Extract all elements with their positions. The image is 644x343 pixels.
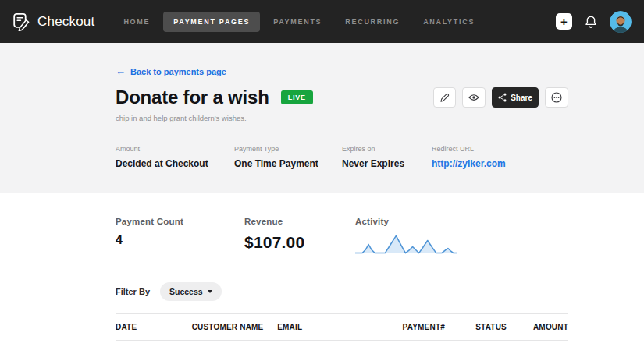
revenue-label: Revenue: [244, 217, 355, 226]
expires-on-label: Expires on: [342, 145, 432, 153]
nav-item-payments[interactable]: PAYMENTS: [263, 12, 332, 32]
pencil-icon: [439, 93, 450, 103]
share-label: Share: [511, 94, 532, 102]
page-header-section: ← Back to payments page Donate for a wis…: [0, 43, 644, 193]
nav-item-payment-pages[interactable]: PAYMENT PAGES: [163, 12, 260, 32]
brand-name: Checkout: [37, 14, 94, 30]
stats-row: Payment Count 4 Revenue $107.00 Activity: [116, 217, 568, 256]
revenue-value: $107.00: [244, 233, 355, 252]
back-arrow-icon: ←: [116, 66, 126, 76]
status-badge: LIVE: [281, 90, 313, 104]
activity-sparkline: [355, 232, 458, 256]
edit-button[interactable]: [433, 87, 456, 108]
navbar-right: +: [556, 11, 632, 33]
checkout-logo-icon: [12, 12, 30, 31]
expires-on-value: Never Expires: [342, 158, 432, 169]
back-to-payments-link[interactable]: ← Back to payments page: [116, 66, 226, 76]
preview-button[interactable]: [462, 87, 486, 108]
table-header-row: DATE CUSTOMER NAME EMAIL PAYMENT# STATUS…: [116, 313, 568, 341]
amount-label: Amount: [116, 145, 234, 153]
nav-item-home[interactable]: HOME: [113, 12, 160, 32]
top-navbar: Checkout HOME PAYMENT PAGES PAYMENTS REC…: [0, 0, 644, 43]
activity-sparkline-fill: [355, 235, 457, 253]
filter-by-label: Filter By: [116, 287, 150, 296]
filter-row: Filter By Success: [116, 282, 568, 301]
header-actions: Share: [433, 87, 568, 108]
payment-type-value: One Time Payment: [234, 158, 342, 169]
main-nav: HOME PAYMENT PAGES PAYMENTS RECURRING AN…: [113, 12, 485, 32]
main-content: Payment Count 4 Revenue $107.00 Activity…: [116, 217, 568, 343]
activity-label: Activity: [355, 217, 458, 226]
col-header-email: EMAIL: [277, 323, 402, 331]
redirect-url-label: Redirect URL: [432, 145, 506, 153]
nav-item-analytics[interactable]: ANALYTICS: [413, 12, 485, 32]
page-info-row: Amount Decided at Checkout Payment Type …: [116, 145, 568, 169]
page-title: Donate for a wish: [116, 87, 269, 108]
notifications-bell-icon[interactable]: [584, 15, 598, 29]
col-header-customer-name: CUSTOMER NAME: [192, 323, 278, 331]
redirect-url-link[interactable]: http://zylker.com: [432, 158, 506, 169]
payment-type-label: Payment Type: [234, 145, 342, 153]
more-options-button[interactable]: [545, 87, 568, 108]
col-header-payment-number: PAYMENT#: [403, 323, 476, 331]
share-button[interactable]: Share: [492, 87, 539, 108]
col-header-date: DATE: [116, 323, 192, 331]
amount-value: Decided at Checkout: [116, 158, 234, 169]
eye-icon: [468, 93, 479, 102]
status-filter-dropdown[interactable]: Success: [160, 282, 222, 301]
filter-selected-value: Success: [169, 287, 203, 296]
page-subtitle: chip in and help grant childern's wishes…: [116, 114, 568, 122]
back-link-label: Back to payments page: [130, 67, 226, 76]
payment-count-label: Payment Count: [116, 217, 244, 226]
add-new-button[interactable]: +: [556, 13, 572, 30]
payment-count-value: 4: [116, 233, 244, 247]
share-icon: [498, 93, 507, 102]
col-header-status: STATUS: [475, 323, 533, 331]
ellipsis-circle-icon: [551, 92, 562, 103]
payments-table: DATE CUSTOMER NAME EMAIL PAYMENT# STATUS…: [116, 313, 568, 343]
brand[interactable]: Checkout: [12, 12, 94, 31]
col-header-amount: AMOUNT: [533, 323, 568, 331]
chevron-down-icon: [208, 290, 212, 293]
nav-item-recurring[interactable]: RECURRING: [335, 12, 410, 32]
user-avatar[interactable]: [610, 11, 632, 33]
